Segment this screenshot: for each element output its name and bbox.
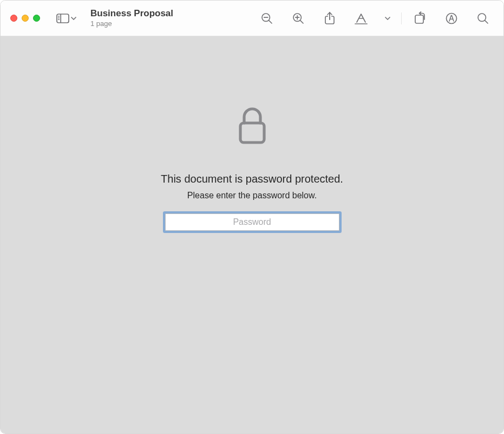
svg-line-9 [300,20,303,23]
svg-rect-20 [240,123,264,142]
highlight-button[interactable] [438,7,464,30]
content-area: This document is password protected. Ple… [1,36,503,433]
close-window-button[interactable] [10,15,17,22]
share-button[interactable] [317,7,343,30]
rotate-button[interactable] [407,7,433,30]
sidebar-toggle-button[interactable] [53,11,80,25]
svg-line-19 [485,20,488,23]
zoom-in-icon [292,12,305,25]
search-icon [476,12,489,25]
password-heading: This document is password protected. [161,173,343,185]
svg-rect-0 [57,14,69,23]
pencil-tip-icon [354,12,368,25]
password-input[interactable] [165,213,339,231]
highlighter-icon [445,12,458,25]
lock-graphic [236,107,269,146]
preview-window: Business Proposal 1 page [0,0,504,434]
search-button[interactable] [470,7,496,30]
chevron-down-icon [71,16,76,21]
document-title: Business Proposal [90,9,173,19]
zoom-window-button[interactable] [33,15,40,22]
window-controls [10,15,40,22]
document-subtitle: 1 page [90,20,173,28]
toolbar-separator [401,12,402,24]
chevron-down-icon [385,16,390,21]
lock-icon [236,107,269,146]
title-block: Business Proposal 1 page [90,9,173,28]
svg-line-6 [269,20,272,23]
titlebar: Business Proposal 1 page [1,1,503,36]
rotate-left-icon [413,11,427,25]
minimize-window-button[interactable] [22,15,29,22]
markup-menu-button[interactable] [379,7,396,30]
password-subtext: Please enter the password below. [187,191,317,200]
svg-point-16 [447,13,457,23]
zoom-out-icon [260,12,273,25]
svg-rect-15 [415,15,423,23]
markup-button[interactable] [348,7,374,30]
share-icon [324,11,336,25]
zoom-in-button[interactable] [285,7,311,30]
zoom-out-button[interactable] [254,7,280,30]
password-field-wrap [165,213,339,231]
sidebar-icon [56,14,69,23]
